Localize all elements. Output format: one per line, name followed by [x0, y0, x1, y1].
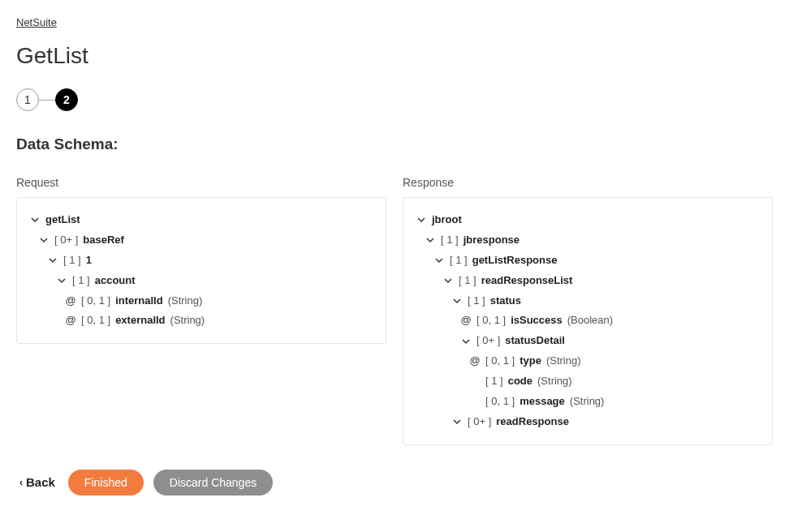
tree-node[interactable]: [ 1 ]1 [27, 251, 376, 271]
tree-node[interactable]: [ 1 ]status [413, 291, 762, 311]
attribute-icon: @ [65, 294, 76, 308]
chevron-down-icon[interactable] [56, 275, 67, 286]
chevron-down-icon[interactable] [451, 295, 463, 307]
cardinality: [ 1 ] [450, 254, 468, 268]
finished-button[interactable]: Finished [68, 470, 144, 496]
request-label: Request [16, 176, 386, 189]
tree-node[interactable]: [ 0+ ]statusDetail [413, 331, 762, 351]
cardinality: [ 0, 1 ] [81, 294, 110, 308]
chevron-left-icon: ‹ [19, 477, 23, 488]
tree-node: [ 1 ]code(String) [413, 371, 762, 392]
node-name: internalId [115, 294, 163, 308]
step-2[interactable]: 2 [55, 88, 78, 111]
cardinality: [ 1 ] [441, 234, 459, 247]
cardinality: [ 0, 1 ] [485, 395, 515, 409]
cardinality: [ 0+ ] [468, 415, 491, 429]
node-name: 1 [86, 254, 92, 268]
cardinality: [ 0, 1 ] [81, 314, 110, 328]
response-panel: jbroot[ 1 ]jbresponse[ 1 ]getListRespons… [403, 197, 773, 445]
breadcrumb: NetSuite [16, 16, 773, 28]
response-label: Response [403, 176, 773, 189]
node-type: (Boolean) [567, 314, 613, 328]
discard-button[interactable]: Discard Changes [153, 470, 273, 496]
tree-node[interactable]: [ 0+ ]baseRef [27, 230, 376, 251]
node-name: externalId [115, 314, 165, 328]
node-name: baseRef [83, 234, 124, 247]
attribute-icon: @ [65, 314, 76, 328]
attribute-icon: @ [460, 314, 472, 328]
node-name: isSuccess [511, 314, 563, 328]
cardinality: [ 1 ] [485, 375, 503, 388]
step-1[interactable]: 1 [16, 88, 39, 111]
chevron-down-icon[interactable] [460, 336, 472, 347]
tree-node[interactable]: getList [27, 210, 376, 230]
node-name: readResponseList [481, 274, 573, 288]
node-name: account [95, 274, 136, 288]
cardinality: [ 0, 1 ] [485, 354, 515, 368]
node-type: (String) [546, 354, 581, 368]
node-name: readResponse [496, 415, 569, 429]
node-type: (String) [537, 375, 572, 388]
back-label: Back [26, 475, 55, 489]
chevron-down-icon[interactable] [416, 214, 427, 225]
tree-node: @[ 0, 1 ]type(String) [413, 351, 762, 371]
chevron-down-icon[interactable] [47, 255, 58, 266]
step-connector [39, 100, 55, 101]
cardinality: [ 1 ] [72, 274, 90, 288]
tree-node: @[ 0, 1 ]internalId(String) [27, 291, 376, 311]
node-name: statusDetail [505, 334, 565, 348]
node-type: (String) [170, 314, 205, 328]
node-name: jbresponse [463, 234, 520, 247]
section-title: Data Schema: [16, 135, 773, 153]
tree-node[interactable]: [ 1 ]jbresponse [413, 230, 762, 251]
node-type: (String) [168, 294, 203, 308]
node-name: status [490, 294, 521, 308]
node-name: getList [45, 213, 80, 227]
attribute-icon: @ [469, 354, 481, 368]
cardinality: [ 1 ] [468, 294, 485, 308]
request-panel: getList[ 0+ ]baseRef[ 1 ]1[ 1 ]account@[… [16, 197, 386, 344]
chevron-down-icon[interactable] [442, 275, 454, 286]
tree-node[interactable]: [ 1 ]readResponseList [413, 271, 762, 291]
tree-node: [ 0, 1 ]message(String) [413, 392, 762, 412]
node-name: code [508, 375, 532, 388]
tree-node[interactable]: [ 0+ ]readResponse [413, 412, 762, 432]
node-name: type [520, 354, 541, 368]
stepper: 1 2 [16, 88, 773, 111]
chevron-down-icon[interactable] [433, 255, 445, 266]
chevron-down-icon[interactable] [425, 234, 436, 246]
tree-node: @[ 0, 1 ]externalId(String) [27, 311, 376, 331]
breadcrumb-link-netsuite[interactable]: NetSuite [16, 16, 57, 28]
chevron-down-icon[interactable] [29, 214, 41, 225]
chevron-down-icon[interactable] [38, 234, 50, 246]
cardinality: [ 1 ] [459, 274, 476, 288]
node-name: message [520, 395, 565, 409]
back-button[interactable]: ‹ Back [16, 470, 58, 494]
cardinality: [ 0, 1 ] [476, 314, 506, 328]
chevron-down-icon[interactable] [451, 416, 463, 427]
footer-actions: ‹ Back Finished Discard Changes [16, 470, 773, 496]
node-type: (String) [570, 395, 605, 409]
cardinality: [ 1 ] [63, 254, 81, 268]
node-name: getListResponse [472, 254, 558, 268]
tree-node[interactable]: jbroot [413, 210, 762, 230]
page-title: GetList [16, 43, 773, 69]
tree-node[interactable]: [ 1 ]getListResponse [413, 251, 762, 271]
cardinality: [ 0+ ] [476, 334, 500, 348]
node-name: jbroot [432, 213, 462, 227]
tree-node: @[ 0, 1 ]isSuccess(Boolean) [413, 311, 762, 331]
cardinality: [ 0+ ] [54, 234, 78, 247]
tree-node[interactable]: [ 1 ]account [27, 271, 376, 291]
